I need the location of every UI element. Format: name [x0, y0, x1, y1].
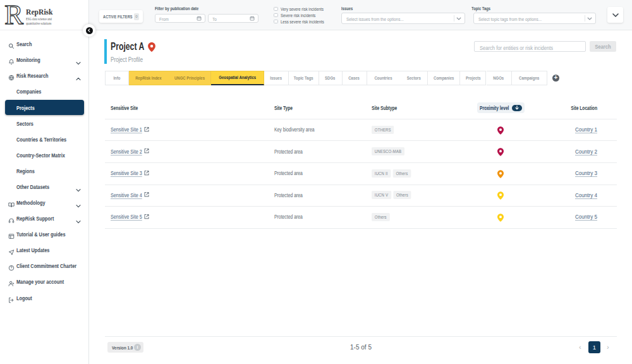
svg-text:R: R	[4, 1, 23, 28]
